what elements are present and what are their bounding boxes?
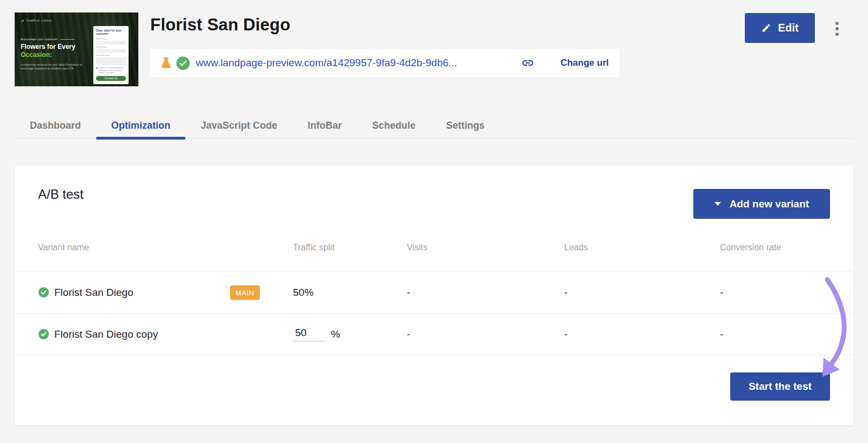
landing-page-thumbnail[interactable]: SIMPLE LOGO Encourage your customer Flow… [15, 12, 138, 86]
more-options-kebab-icon[interactable] [835, 22, 839, 36]
traffic-split-cell: % [293, 327, 407, 341]
visits-value: - [407, 328, 564, 340]
form-consent: I agree to receive commercial informatio… [96, 67, 126, 74]
consent-checkbox-icon [96, 67, 98, 69]
tab-settings[interactable]: Settings [431, 113, 500, 138]
form-label-phone: Your Phone [96, 46, 126, 48]
form-label-email: Your E-mail [96, 37, 126, 40]
visits-value: - [407, 287, 564, 299]
leads-value: - [564, 328, 720, 340]
main-variant-badge: MAIN [230, 285, 260, 300]
change-url-button[interactable]: Change url [560, 58, 609, 68]
caret-down-icon [714, 202, 721, 206]
conversion-rate-value: - [720, 287, 853, 299]
ab-test-panel: A/B test Add new variant Variant name Tr… [15, 166, 853, 425]
url-bar: www.landpage-preview.com/a1429957-9fa9-4… [150, 49, 620, 77]
copy-link-icon[interactable] [521, 56, 534, 69]
variant-active-check-icon [38, 287, 49, 298]
table-bottom-divider [15, 355, 853, 355]
table-row: Florist San Diego MAIN 50% - - - [15, 271, 853, 313]
column-variant-name: Variant name [38, 243, 293, 252]
tab-bar: Dashboard Optimization JavaScript Code I… [15, 113, 853, 138]
column-visits: Visits [407, 243, 564, 252]
column-leads: Leads [564, 243, 720, 252]
tab-optimization[interactable]: Optimization [96, 113, 186, 138]
preview-url-link[interactable]: www.landpage-preview.com/a1429957-9fa9-4… [196, 57, 457, 69]
column-traffic-split: Traffic split [293, 243, 407, 252]
ab-test-flask-icon [159, 56, 173, 70]
tab-schedule[interactable]: Schedule [357, 113, 431, 138]
variant-name: Florist San Diego [54, 287, 133, 299]
form-input-phone [96, 49, 126, 53]
tab-dashboard[interactable]: Dashboard [15, 113, 96, 138]
variant-name-cell: Florist San Diego copy [38, 328, 293, 340]
form-submit-button: Contact Us [96, 76, 126, 81]
thumbnail-logo: SIMPLE LOGO [21, 18, 52, 23]
app-root: SIMPLE LOGO Encourage your customer Flow… [0, 0, 868, 443]
variant-name-cell: Florist San Diego MAIN [38, 287, 293, 299]
thumbnail-headline: Flowers for Every [21, 43, 75, 50]
table-header-row: Variant name Traffic split Visits Leads … [15, 238, 853, 257]
table-row: Florist San Diego copy % - - - [15, 313, 853, 355]
page-title: Florist San Diego [150, 15, 290, 35]
form-title: Clear value for your customer [96, 29, 126, 35]
tagline-rule [60, 39, 74, 40]
url-verified-check-icon [176, 56, 190, 71]
tab-javascript-code[interactable]: JavaScript Code [186, 113, 292, 138]
form-input-email [96, 41, 126, 45]
edit-button[interactable]: Edit [745, 13, 815, 43]
form-textarea-message [96, 57, 126, 65]
conversion-rate-value: - [720, 328, 853, 340]
pencil-icon [761, 23, 771, 33]
leaf-icon [21, 18, 25, 23]
start-the-test-button[interactable]: Start the test [730, 372, 830, 401]
traffic-split-input[interactable] [293, 327, 326, 341]
add-new-variant-button[interactable]: Add new variant [693, 189, 830, 219]
variant-name: Florist San Diego copy [54, 328, 158, 340]
leads-value: - [564, 287, 720, 299]
traffic-split-value: 50% [293, 287, 407, 299]
percent-sign: % [331, 328, 340, 340]
column-conversion-rate: Conversion rate [720, 243, 853, 252]
form-label-message: Your Message [96, 54, 126, 56]
thumbnail-logo-text: SIMPLE LOGO [27, 19, 52, 22]
ab-test-title: A/B test [38, 187, 84, 202]
thumbnail-tagline: Encourage your customer [21, 37, 74, 41]
variant-active-check-icon [38, 328, 49, 340]
thumbnail-form-card: Clear value for your customer Your E-mai… [93, 26, 129, 84]
thumbnail-body-text: A supporting sentence for your Value Pro… [21, 63, 85, 71]
thumbnail-headline-accent: Occasion: [21, 51, 52, 59]
tab-infobar[interactable]: InfoBar [292, 113, 357, 138]
